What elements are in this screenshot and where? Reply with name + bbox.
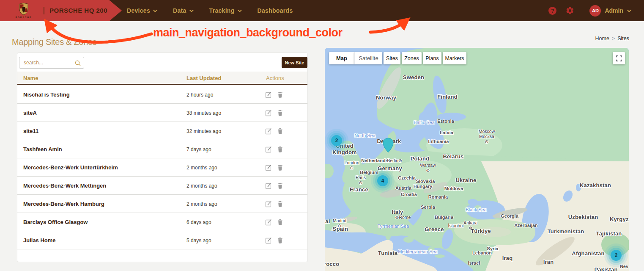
- edit-site-button[interactable]: [265, 200, 272, 207]
- column-header-last-updated: Last Updated: [186, 75, 221, 81]
- table-row[interactable]: Barclays Office Glasgow6 days ago: [17, 213, 307, 231]
- site-last-updated: 2 months ago: [186, 165, 217, 171]
- cluster-marker[interactable]: 2: [331, 135, 342, 146]
- edit-site-button[interactable]: [265, 109, 272, 116]
- delete-site-button[interactable]: [277, 146, 284, 153]
- main-navigation: PORSCHE PORSCHE HQ 200 DevicesDataTracki…: [0, 0, 644, 21]
- site-name: Mercedes-Benz-Werk Mettingen: [23, 183, 106, 189]
- search-icon: [74, 60, 81, 66]
- settings-gear-icon[interactable]: [566, 6, 574, 15]
- row-actions: [265, 218, 284, 226]
- map-type-button-map[interactable]: Map: [329, 52, 354, 64]
- row-actions: [265, 91, 284, 98]
- edit-site-button[interactable]: [265, 91, 272, 98]
- row-actions: [265, 127, 284, 135]
- table-row[interactable]: Julias Home5 days ago: [17, 231, 307, 249]
- porsche-wordmark: PORSCHE: [9, 16, 38, 19]
- new-site-button[interactable]: New Site: [282, 57, 307, 68]
- brand-block[interactable]: PORSCHE PORSCHE HQ 200: [0, 0, 122, 21]
- chevron-down-icon: [153, 8, 157, 12]
- site-name: Nischal is Testing: [23, 91, 70, 98]
- table-row[interactable]: Mercedes-Benz-Werk Mettingen2 months ago: [17, 177, 307, 195]
- delete-site-button[interactable]: [277, 200, 284, 207]
- table-row[interactable]: Mercedes-Benz-Werk Hamburg2 months ago: [17, 195, 307, 213]
- map-canvas[interactable]: SwedenNorwayFinlandBaltic SeaEstoniaLatv…: [325, 48, 629, 271]
- site-name: Mercedes-Benz-Werk Untertürkheim: [23, 164, 118, 171]
- row-actions: [265, 146, 284, 153]
- app-title: PORSCHE HQ 200: [49, 0, 107, 21]
- delete-site-button[interactable]: [277, 109, 284, 116]
- table-header: Name Last Updated Actions: [17, 72, 307, 85]
- breadcrumb-home[interactable]: Home: [595, 36, 609, 41]
- edit-site-button[interactable]: [265, 146, 272, 153]
- edit-site-button[interactable]: [265, 164, 272, 171]
- delete-site-button[interactable]: [277, 127, 284, 135]
- table-row[interactable]: Tashfeen Amin7 days ago: [17, 140, 307, 158]
- breadcrumb-sites[interactable]: Sites: [617, 36, 629, 41]
- row-actions: [265, 200, 284, 207]
- table-row[interactable]: Mercedes-Benz-Werk Untertürkheim2 months…: [17, 158, 307, 177]
- help-button[interactable]: ?: [548, 7, 556, 15]
- table-row[interactable]: siteA38 minutes ago: [17, 104, 307, 122]
- nav-item-tracking[interactable]: Tracking: [209, 7, 241, 14]
- map-type-button-satellite[interactable]: Satellite: [354, 52, 382, 64]
- delete-site-button[interactable]: [277, 164, 284, 171]
- site-name: Tashfeen Amin: [23, 146, 62, 152]
- cluster-marker[interactable]: 2: [611, 250, 622, 261]
- page-title: Mapping Sites & Zones: [12, 37, 96, 47]
- map-layer-button-plans[interactable]: Plans: [423, 52, 441, 64]
- delete-site-button[interactable]: [277, 91, 284, 98]
- brand-divider: [44, 7, 44, 14]
- row-actions: [265, 109, 284, 116]
- nav-item-dashboards[interactable]: Dashboards: [258, 7, 293, 14]
- nav-item-data[interactable]: Data: [173, 7, 192, 14]
- map-layer-button-zones[interactable]: Zones: [402, 52, 422, 64]
- porsche-crest-logo: [17, 3, 30, 15]
- map-layer-button-markers[interactable]: Markers: [443, 52, 466, 64]
- delete-site-button[interactable]: [277, 218, 284, 226]
- fullscreen-button[interactable]: [613, 52, 625, 64]
- site-last-updated: 6 days ago: [186, 219, 211, 225]
- chevron-down-icon: [238, 8, 242, 12]
- breadcrumb-separator: >: [612, 36, 615, 41]
- table-body: Nischal is Testing2 hours agositeA38 min…: [17, 86, 307, 249]
- site-name: Barclays Office Glasgow: [23, 219, 88, 225]
- row-actions: [265, 164, 284, 171]
- annotation-label: main_navigation_background_color: [153, 26, 343, 39]
- map-layer-button-sites[interactable]: Sites: [384, 52, 400, 64]
- site-name: Mercedes-Benz-Werk Hamburg: [23, 201, 104, 207]
- edit-site-button[interactable]: [265, 218, 272, 226]
- site-last-updated: 7 days ago: [186, 147, 211, 152]
- breadcrumb: Home > Sites: [595, 36, 629, 41]
- site-name: siteA: [23, 110, 37, 116]
- edit-site-button[interactable]: [265, 182, 272, 189]
- user-avatar: AD: [589, 5, 601, 17]
- site-name: site11: [23, 128, 38, 134]
- delete-site-button[interactable]: [277, 182, 284, 189]
- row-actions: [265, 237, 284, 244]
- nav-right-controls: ? AD Admin: [548, 0, 630, 21]
- user-menu[interactable]: AD Admin: [589, 5, 630, 17]
- nav-item-label: Data: [173, 7, 186, 14]
- nav-item-devices[interactable]: Devices: [127, 7, 156, 14]
- nav-item-label: Tracking: [209, 7, 235, 14]
- site-name: Julias Home: [23, 237, 56, 243]
- sites-panel: New Site Name Last Updated Actions Nisch…: [17, 53, 308, 262]
- map-terrain: [325, 48, 629, 271]
- table-row[interactable]: site1132 minutes ago: [17, 122, 307, 140]
- nav-item-label: Dashboards: [258, 7, 293, 14]
- chevron-down-icon: [627, 8, 631, 12]
- map-pin-marker[interactable]: [383, 138, 394, 155]
- table-row[interactable]: Nischal is Testing2 hours ago: [17, 86, 307, 104]
- delete-site-button[interactable]: [277, 237, 284, 244]
- edit-site-button[interactable]: [265, 237, 272, 244]
- column-header-actions: Actions: [266, 75, 284, 81]
- site-last-updated: 32 minutes ago: [186, 128, 221, 134]
- edit-site-button[interactable]: [265, 127, 272, 135]
- column-header-name: Name: [23, 75, 38, 81]
- cluster-marker[interactable]: 4: [377, 175, 388, 186]
- site-last-updated: 2 months ago: [186, 201, 217, 207]
- nav-item-label: Devices: [127, 7, 150, 14]
- row-actions: [265, 182, 284, 189]
- site-last-updated: 38 minutes ago: [186, 110, 221, 116]
